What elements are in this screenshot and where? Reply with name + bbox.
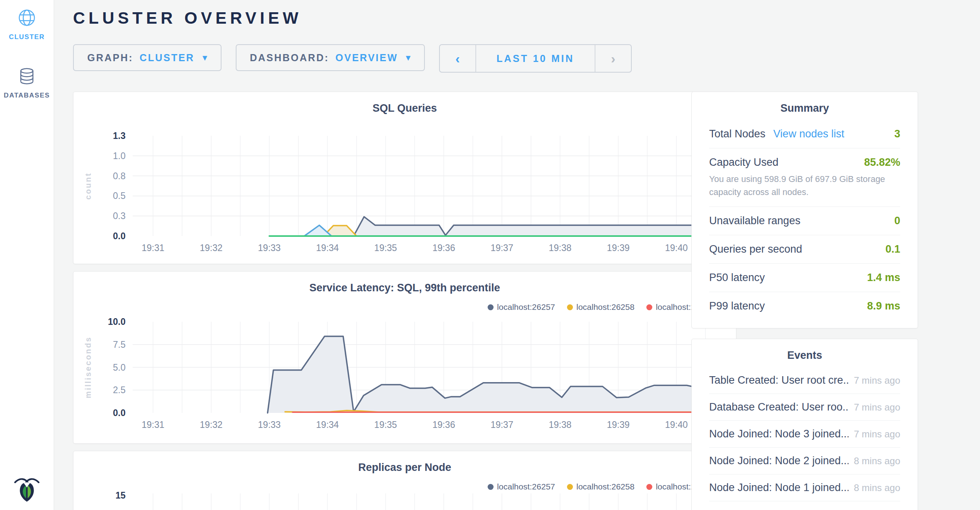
cockroach-bug-icon <box>13 475 40 504</box>
legend-item: localhost:26257 <box>488 302 555 312</box>
chart-title: SQL Queries <box>73 102 736 114</box>
chart-card-replicas-per-node: Replicas per Node ! localhost:26257local… <box>73 451 736 510</box>
x-axis-tick-label: 19:33 <box>258 243 281 253</box>
timerange-next-button[interactable]: › <box>595 45 631 72</box>
summary-row: Queries per second0.1 <box>709 235 900 264</box>
summary-row-label: P50 latency <box>709 272 765 284</box>
summary-rows: Total NodesView nodes list3Capacity Used… <box>709 120 900 320</box>
chevron-left-icon: ‹ <box>455 51 460 66</box>
summary-row-value: 8.9 ms <box>867 300 900 312</box>
y-axis-tick-label: 1.0 <box>113 151 126 161</box>
view-nodes-link[interactable]: View nodes list <box>773 128 845 140</box>
controls-bar: GRAPH: CLUSTER ▾ DASHBOARD: OVERVIEW ▾ ‹… <box>73 44 632 73</box>
event-row: Node Joined: Node 2 joined...8 mins ago <box>709 448 900 474</box>
y-axis-tick-label: 7.5 <box>113 339 126 350</box>
sidebar: CLUSTER DATABASES <box>0 0 54 510</box>
x-axis-tick-label: 19:32 <box>200 420 223 430</box>
summary-row: P50 latency1.4 ms <box>709 264 900 292</box>
axes: 1510 <box>115 490 126 510</box>
y-axis-tick-label: 10.0 <box>108 317 126 327</box>
y-axis-tick-label: 0.3 <box>113 211 126 221</box>
summary-row: P99 latency8.9 ms <box>709 292 900 320</box>
event-time: 8 mins ago <box>854 482 900 493</box>
x-axis-tick-label: 19:39 <box>607 420 630 430</box>
summary-title: Summary <box>709 92 900 114</box>
x-axis-tick-label: 19:36 <box>432 243 455 253</box>
dashboard-dropdown[interactable]: DASHBOARD: OVERVIEW ▾ <box>236 44 425 71</box>
event-time: 7 mins ago <box>854 375 900 386</box>
y-axis-tick-label: 5.0 <box>113 362 126 373</box>
cockroachdb-logo <box>0 475 54 504</box>
cluster-overview-page: CLUSTER DATABASES <box>0 0 980 510</box>
summary-row-value: 3 <box>894 128 900 140</box>
summary-row: Total NodesView nodes list3 <box>709 120 900 148</box>
timerange-prev-button[interactable]: ‹ <box>440 45 475 72</box>
graph-dropdown-value: CLUSTER <box>140 52 195 64</box>
event-text: Table Created: User root cre... <box>709 374 849 386</box>
sidebar-item-label: DATABASES <box>4 92 50 99</box>
legend-dot <box>567 484 573 490</box>
summary-row-subtext: You are using 598.9 GiB of 697.9 GiB sto… <box>709 172 900 199</box>
x-axis-tick-label: 19:37 <box>490 420 513 430</box>
x-axis-tick-label: 19:34 <box>316 420 339 430</box>
series-group <box>269 217 708 236</box>
summary-row: Unavailable ranges0 <box>709 207 900 235</box>
database-icon <box>18 67 36 85</box>
sidebar-item-databases[interactable]: DATABASES <box>0 58 54 99</box>
summary-row-label: Queries per second <box>709 243 802 255</box>
event-text: Node Joined: Node 1 joined... <box>709 482 849 494</box>
timerange-selector: ‹ LAST 10 MIN › <box>439 44 632 73</box>
y-axis-tick-label: 15 <box>115 490 126 501</box>
series-area-localhost:26257 <box>268 336 708 413</box>
chevron-down-icon: ▾ <box>406 53 411 62</box>
legend-dot <box>646 304 652 310</box>
x-axis-tick-label: 19:40 <box>665 420 688 430</box>
timerange-value[interactable]: LAST 10 MIN <box>475 45 595 72</box>
x-axis-tick-label: 19:34 <box>316 243 339 253</box>
sidebar-item-cluster[interactable]: CLUSTER <box>0 0 54 41</box>
event-text: Node Joined: Node 3 joined... <box>709 428 849 440</box>
series-group <box>268 336 708 413</box>
summary-panel: Summary Total NodesView nodes list3Capac… <box>691 92 918 328</box>
legend-item: localhost:26258 <box>567 302 635 312</box>
summary-row-label: P99 latency <box>709 300 765 312</box>
summary-row-label: Total Nodes <box>709 128 766 140</box>
x-axis-tick-label: 19:31 <box>142 243 165 253</box>
event-row: Database Created: User roo...7 mins ago <box>709 394 900 421</box>
graph-dropdown[interactable]: GRAPH: CLUSTER ▾ <box>73 44 222 71</box>
x-axis-tick-label: 19:35 <box>374 420 397 430</box>
chart-svg-service-latency: 0.02.55.07.510.019:3119:3219:3319:3419:3… <box>73 314 736 435</box>
event-row: Table Created: User root cre...7 mins ag… <box>709 367 900 394</box>
legend-label: localhost:26257 <box>497 302 555 312</box>
event-time: 8 mins ago <box>854 456 900 467</box>
legend-dot <box>488 304 494 310</box>
x-axis-tick-label: 19:31 <box>142 420 165 430</box>
legend-label: localhost:26258 <box>576 482 635 491</box>
x-axis-tick-label: 19:33 <box>258 420 281 430</box>
summary-row-value: 0 <box>894 215 900 227</box>
x-axis-tick-label: 19:38 <box>549 420 572 430</box>
charts-column: SQL Queries ! 0.00.30.50.81.01.319:3119:… <box>73 92 736 510</box>
legend-dot <box>567 304 573 310</box>
chevron-down-icon: ▾ <box>203 53 207 62</box>
globe-icon <box>18 9 36 27</box>
grid <box>153 493 706 510</box>
event-rows: Table Created: User root cre...7 mins ag… <box>709 367 900 501</box>
chart-legend: localhost:26257localhost:26258localhost:… <box>488 482 714 491</box>
legend-label: localhost:26258 <box>576 302 635 312</box>
legend-dot <box>646 484 652 490</box>
summary-row-label: Capacity Used <box>709 156 779 169</box>
summary-row-label: Unavailable ranges <box>709 215 800 227</box>
chart-svg-replicas-per-node: 1510 <box>73 489 736 510</box>
legend-label: localhost:26257 <box>497 482 555 491</box>
sidebar-item-label: CLUSTER <box>9 33 45 41</box>
chart-svg-sql-queries: 0.00.30.50.81.01.319:3119:3219:3319:3419… <box>73 128 736 258</box>
page-title: CLUSTER OVERVIEW <box>73 9 302 28</box>
graph-dropdown-label: GRAPH: <box>87 52 133 64</box>
dashboard-dropdown-label: DASHBOARD: <box>250 52 329 64</box>
chart-title: Replicas per Node <box>73 461 736 474</box>
summary-row-value: 1.4 ms <box>867 272 900 284</box>
x-axis-tick-label: 19:40 <box>665 243 688 253</box>
event-row: Node Joined: Node 3 joined...7 mins ago <box>709 421 900 448</box>
chevron-right-icon: › <box>611 51 615 66</box>
